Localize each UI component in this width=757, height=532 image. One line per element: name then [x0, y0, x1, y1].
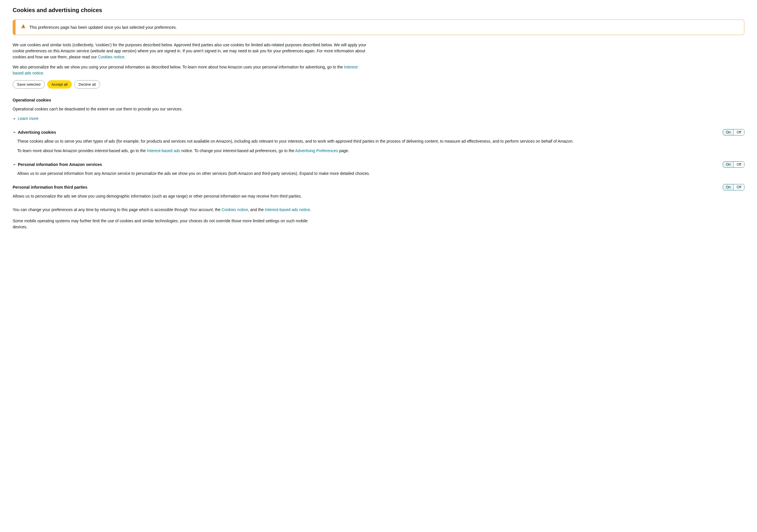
intro-paragraph-2: We also personalize the ads we show you … [13, 64, 366, 76]
personal-third-toggle: On Off [723, 184, 744, 191]
footer-cookies-notice-link[interactable]: Cookies notice [222, 207, 248, 212]
section-personal-amazon: Personal information from Amazon service… [13, 161, 744, 177]
personal-amazon-toggle: On Off [723, 161, 744, 168]
alert-banner: This preferences page has been updated s… [13, 19, 744, 35]
personal-third-body: Allows us to personalize the ads we show… [13, 193, 306, 199]
decline-all-button[interactable]: Decline all [74, 80, 100, 89]
section-operational-cookies: Operational cookies Operational cookies … [13, 97, 744, 122]
personal-amazon-body: Allows us to use personal information fr… [17, 170, 744, 177]
section-title-advertising: Advertising cookies [18, 130, 56, 135]
svg-rect-0 [23, 26, 24, 27]
personal-third-toggle-off[interactable]: Off [733, 184, 744, 190]
footer-paragraph-1: You can change your preferences at any t… [13, 207, 323, 213]
operational-body-text: Operational cookies can't be deactivated… [13, 106, 744, 112]
chevron-down-icon[interactable] [13, 163, 16, 166]
section-title-personal-third: Personal information from third parties [13, 184, 87, 191]
section-personal-third: Personal information from third parties … [13, 184, 744, 199]
chevron-down-icon[interactable] [13, 131, 16, 134]
section-title-operational: Operational cookies [13, 97, 51, 103]
cookies-notice-link[interactable]: Cookies notice [98, 55, 125, 59]
interest-based-ads-link[interactable]: Interest-based ads [147, 148, 180, 153]
chevron-down-icon [13, 117, 16, 121]
footer-interest-based-ads-link[interactable]: Interest-based ads notice [265, 207, 310, 212]
personal-third-toggle-on[interactable]: On [723, 184, 733, 190]
learn-more-link[interactable]: Learn more [18, 116, 39, 122]
advertising-preferences-link[interactable]: Advertising Preferences [295, 148, 338, 153]
personal-amazon-toggle-on[interactable]: On [723, 162, 733, 167]
svg-rect-1 [23, 27, 24, 28]
advertising-toggle: On Off [723, 129, 744, 135]
warning-icon [21, 24, 26, 31]
section-title-personal-amazon: Personal information from Amazon service… [18, 162, 102, 168]
footer-paragraph-2: Some mobile operating systems may furthe… [13, 218, 323, 230]
action-button-row: Save selected Accept all Decline all [13, 80, 744, 89]
section-advertising-cookies: Advertising cookies On Off These cookies… [13, 129, 744, 154]
alert-text: This preferences page has been updated s… [29, 24, 177, 30]
advertising-body-2: To learn more about how Amazon provides … [17, 148, 744, 154]
advertising-body-1: These cookies allow us to serve you othe… [17, 138, 744, 144]
personal-amazon-toggle-off[interactable]: Off [733, 162, 744, 167]
intro-paragraph-1: We use cookies and similar tools (collec… [13, 42, 366, 60]
advertising-toggle-on[interactable]: On [723, 130, 733, 135]
advertising-toggle-off[interactable]: Off [733, 130, 744, 135]
accept-all-button[interactable]: Accept all [47, 80, 72, 89]
your-account-text: Your account [189, 207, 213, 212]
learn-more-toggle[interactable]: Learn more [13, 116, 744, 122]
save-selected-button[interactable]: Save selected [13, 80, 45, 89]
page-title: Cookies and advertising choices [13, 6, 744, 15]
